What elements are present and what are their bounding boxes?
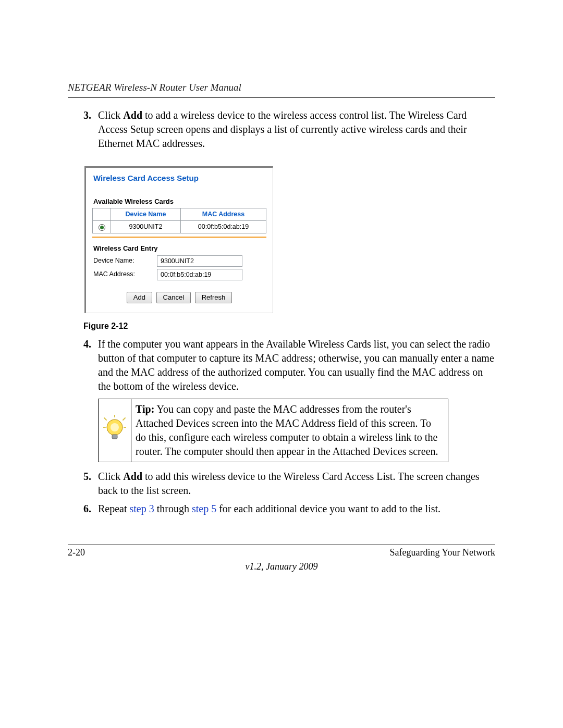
lightbulb-icon xyxy=(99,399,131,462)
add-keyword: Add xyxy=(123,109,142,121)
tip-content: Tip: You can copy and paste the MAC addr… xyxy=(131,399,448,462)
orange-separator xyxy=(92,237,266,238)
figure-screenshot: Wireless Card Access Setup Available Wir… xyxy=(84,166,273,314)
device-name-input[interactable]: 9300UNIT2 xyxy=(157,255,242,267)
link-step-5[interactable]: step 5 xyxy=(192,503,216,514)
cell-device-name: 9300UNIT2 xyxy=(111,221,181,233)
text: for each additional device you want to a… xyxy=(216,503,440,514)
section-title: Safeguarding Your Network xyxy=(390,546,495,559)
step-text: If the computer you want appears in the … xyxy=(98,338,494,392)
running-header: NETGEAR Wireless-N Router User Manual xyxy=(68,81,495,94)
cell-mac-address: 00:0f:b5:0d:ab:19 xyxy=(180,221,266,233)
step-number: 4. xyxy=(83,337,91,351)
tip-text: You can copy and paste the MAC addresses… xyxy=(136,403,438,457)
col-mac-address: MAC Address xyxy=(180,208,266,221)
figure-caption: Figure 2-12 xyxy=(83,320,495,332)
step-4: 4. If the computer you want appears in t… xyxy=(83,337,495,393)
step-number: 6. xyxy=(83,502,91,516)
step-text: Click Add to add this wireless device to… xyxy=(98,471,480,496)
svg-rect-2 xyxy=(112,435,117,439)
radio-header xyxy=(93,208,111,221)
col-device-name: Device Name xyxy=(111,208,181,221)
available-cards-table: Device Name MAC Address 9300UNIT2 00:0f:… xyxy=(92,208,266,233)
available-cards-heading: Available Wireless Cards xyxy=(93,197,266,206)
svg-line-5 xyxy=(123,418,125,420)
text: Click xyxy=(98,109,123,121)
step-text: Repeat step 3 through step 5 for each ad… xyxy=(98,503,440,514)
row-radio[interactable] xyxy=(99,224,105,231)
doc-version: v1.2, January 2009 xyxy=(68,560,495,573)
wireless-card-entry-heading: Wireless Card Entry xyxy=(93,244,266,253)
svg-line-4 xyxy=(104,418,106,420)
step-number: 3. xyxy=(83,108,91,122)
tip-label: Tip: xyxy=(136,403,154,415)
text: to add this wireless device to the Wirel… xyxy=(98,471,480,496)
step-text: Click Add to add a wireless device to th… xyxy=(98,109,467,149)
header-rule xyxy=(68,97,495,98)
step-3: 3. Click Add to add a wireless device to… xyxy=(83,108,495,151)
table-row[interactable]: 9300UNIT2 00:0f:b5:0d:ab:19 xyxy=(93,221,266,233)
tip-box: Tip: You can copy and paste the MAC addr… xyxy=(98,399,448,462)
step-6: 6. Repeat step 3 through step 5 for each… xyxy=(83,502,495,516)
step-number: 5. xyxy=(83,470,91,484)
add-button[interactable]: Add xyxy=(127,292,152,304)
svg-point-1 xyxy=(111,423,119,431)
add-keyword: Add xyxy=(123,471,142,482)
screenshot-title: Wireless Card Access Setup xyxy=(93,173,266,183)
device-name-label: Device Name: xyxy=(93,256,152,265)
link-step-3[interactable]: step 3 xyxy=(130,503,154,514)
text: through xyxy=(154,503,192,514)
text: to add a wireless device to the wireless… xyxy=(98,109,467,149)
cancel-button[interactable]: Cancel xyxy=(156,292,191,304)
text: Repeat xyxy=(98,503,130,514)
page-number: 2-20 xyxy=(68,546,85,559)
mac-address-label: MAC Address: xyxy=(93,270,152,279)
step-5: 5. Click Add to add this wireless device… xyxy=(83,470,495,498)
refresh-button[interactable]: Refresh xyxy=(195,292,232,304)
footer-rule xyxy=(68,545,495,545)
text: Click xyxy=(98,471,123,482)
mac-address-input[interactable]: 00:0f:b5:0d:ab:19 xyxy=(157,269,242,280)
